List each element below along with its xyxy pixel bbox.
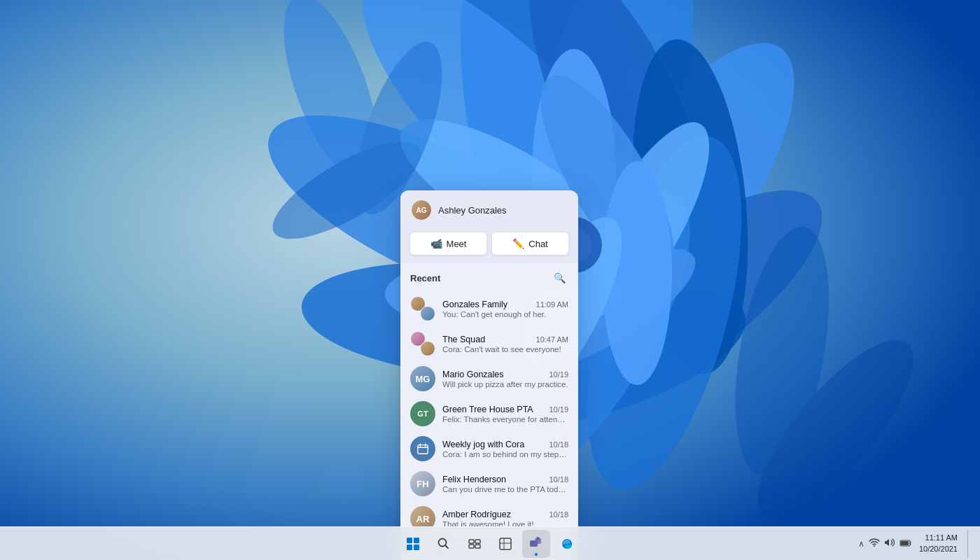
show-desktop-button[interactable] xyxy=(967,530,972,558)
search-button[interactable]: 🔍 xyxy=(550,269,568,287)
list-item[interactable]: FH Felix Henderson 10/18 Can you drive m… xyxy=(400,466,578,501)
svg-rect-40 xyxy=(475,545,480,548)
meet-label: Meet xyxy=(447,239,467,249)
chat-name: Green Tree House PTA xyxy=(442,405,533,414)
avatar: MG xyxy=(410,366,435,391)
svg-rect-38 xyxy=(475,540,480,543)
action-buttons: 📹 Meet ✏️ Chat xyxy=(400,227,578,263)
chat-icon: ✏️ xyxy=(512,238,524,249)
chat-preview: Cora: Can't wait to see everyone! xyxy=(442,345,568,354)
chat-preview: Can you drive me to the PTA today? xyxy=(442,485,568,493)
chat-time: 10/18 xyxy=(549,475,568,484)
chat-label: Chat xyxy=(528,239,547,249)
chat-time: 11:09 AM xyxy=(536,300,568,309)
svg-rect-35 xyxy=(414,545,419,550)
chat-name: The Squad xyxy=(442,335,485,344)
chat-time: 10/19 xyxy=(549,405,568,414)
start-button[interactable] xyxy=(399,530,427,558)
svg-rect-47 xyxy=(901,541,909,545)
task-view-button[interactable] xyxy=(461,530,489,558)
chat-content: Mario Gonzales 10/19 Will pick up pizza … xyxy=(442,370,568,388)
list-item[interactable]: MG Mario Gonzales 10/19 Will pick up piz… xyxy=(400,361,578,396)
chat-content: Gonzales Family 11:09 AM You: Can't get … xyxy=(442,300,568,318)
chat-panel: AG Ashley Gonzales 📹 Meet ✏️ Chat Recent… xyxy=(400,190,578,560)
panel-user-name: Ashley Gonzales xyxy=(438,205,507,216)
svg-rect-37 xyxy=(469,540,474,543)
list-item[interactable]: GT Green Tree House PTA 10/19 Felix: Tha… xyxy=(400,396,578,431)
chat-content: Weekly jog with Cora 10/18 Cora: I am so… xyxy=(442,440,568,458)
taskbar-center xyxy=(399,530,581,558)
chat-preview: Will pick up pizza after my practice. xyxy=(442,380,568,388)
chat-time: 10/18 xyxy=(549,440,568,449)
recent-label: Recent xyxy=(410,273,440,284)
svg-rect-39 xyxy=(469,545,474,548)
avatar xyxy=(410,436,435,461)
chat-content: Amber Rodríguez 10/18 That is awesome! L… xyxy=(442,510,568,528)
battery-icon[interactable] xyxy=(899,538,912,550)
tray-overflow-button[interactable]: ∧ xyxy=(858,539,864,549)
chat-content: Green Tree House PTA 10/19 Felix: Thanks… xyxy=(442,405,568,424)
wifi-icon[interactable] xyxy=(869,537,880,551)
svg-rect-33 xyxy=(414,538,419,543)
user-avatar: AG xyxy=(412,200,431,220)
volume-icon[interactable] xyxy=(884,537,895,551)
chat-preview: Felix: Thanks everyone for attending tod… xyxy=(442,415,568,424)
taskbar: ∧ xyxy=(0,526,980,560)
chat-name: Mario Gonzales xyxy=(442,370,504,379)
chat-name: Amber Rodríguez xyxy=(442,510,511,519)
chat-name: Gonzales Family xyxy=(442,300,507,309)
recent-header: Recent 🔍 xyxy=(400,263,578,290)
list-item[interactable]: Gonzales Family 11:09 AM You: Can't get … xyxy=(400,291,578,326)
chat-name: Felix Henderson xyxy=(442,475,506,484)
svg-rect-28 xyxy=(418,445,428,454)
svg-point-45 xyxy=(874,545,875,547)
widgets-button[interactable] xyxy=(491,530,519,558)
svg-rect-32 xyxy=(407,538,412,543)
teams-chat-button[interactable] xyxy=(522,530,550,558)
clock[interactable]: 11:11 AM 10/20/2021 xyxy=(916,533,960,554)
clock-time: 11:11 AM xyxy=(925,533,958,543)
list-item[interactable]: The Squad 10:47 AM Cora: Can't wait to s… xyxy=(400,326,578,361)
chat-preview: Cora: I am so behind on my step goals. xyxy=(442,450,568,458)
edge-button[interactable] xyxy=(553,530,581,558)
chat-content: The Squad 10:47 AM Cora: Can't wait to s… xyxy=(442,335,568,354)
meet-icon: 📹 xyxy=(430,238,442,249)
chat-time: 10:47 AM xyxy=(536,335,568,344)
avatar: FH xyxy=(410,471,435,496)
chat-preview: You: Can't get enough of her. xyxy=(442,310,568,318)
panel-header: AG Ashley Gonzales xyxy=(400,190,578,227)
meet-button[interactable]: 📹 Meet xyxy=(410,232,486,255)
desktop: AG Ashley Gonzales 📹 Meet ✏️ Chat Recent… xyxy=(0,0,980,560)
chat-content: Felix Henderson 10/18 Can you drive me t… xyxy=(442,475,568,493)
chat-list: Gonzales Family 11:09 AM You: Can't get … xyxy=(400,290,578,538)
chat-time: 10/18 xyxy=(549,510,568,519)
avatar xyxy=(410,331,435,356)
clock-date: 10/20/2021 xyxy=(919,544,958,554)
svg-point-44 xyxy=(536,537,540,540)
svg-rect-34 xyxy=(407,545,412,550)
chat-button[interactable]: ✏️ Chat xyxy=(492,232,568,255)
avatar: GT xyxy=(410,401,435,426)
svg-rect-41 xyxy=(500,538,511,550)
avatar xyxy=(410,296,435,321)
chat-time: 10/19 xyxy=(549,370,568,379)
system-tray: ∧ xyxy=(858,530,972,558)
chat-name: Weekly jog with Cora xyxy=(442,440,524,449)
search-button[interactable] xyxy=(430,530,458,558)
list-item[interactable]: Weekly jog with Cora 10/18 Cora: I am so… xyxy=(400,431,578,466)
